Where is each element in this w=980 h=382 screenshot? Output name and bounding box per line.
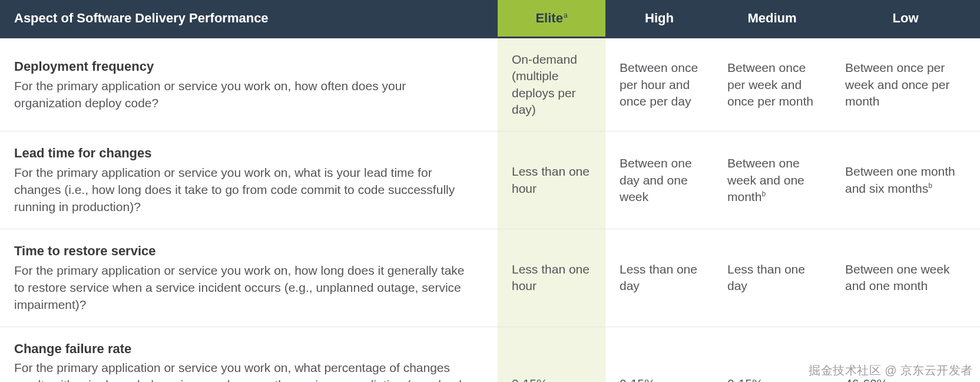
aspect-desc: For the primary application or service y… [14, 360, 474, 382]
cell-medium: Between once per week and once per month [713, 38, 831, 131]
cell-high: Less than one day [605, 229, 713, 327]
cell-medium-text: 0-15% [727, 377, 763, 382]
cell-medium-text: Between once per week and once per month [727, 61, 813, 108]
cell-low-sup: b [928, 182, 932, 190]
cell-aspect: Lead time for changesFor the primary app… [0, 131, 498, 229]
cell-medium: Less than one day [713, 229, 831, 327]
cell-medium-text: Less than one day [727, 262, 805, 292]
header-elite: Elitea [498, 0, 605, 38]
cell-low: Between one week and one month [831, 229, 980, 327]
cell-high: 0-15% [605, 327, 713, 382]
table-header: Aspect of Software Delivery Performance … [0, 0, 980, 38]
cell-aspect: Time to restore serviceFor the primary a… [0, 229, 498, 327]
table-row: Deployment frequencyFor the primary appl… [0, 38, 980, 131]
cell-high-text: Between once per hour and once per day [620, 61, 698, 108]
cell-low: Between once per week and once per month [831, 38, 980, 131]
cell-high-text: Less than one day [620, 262, 697, 292]
cell-low-text: Between one week and one month [845, 262, 949, 292]
table-body: Deployment frequencyFor the primary appl… [0, 38, 980, 383]
cell-low-text: Between one month and six months [845, 164, 955, 195]
aspect-title: Change failure rate [14, 340, 474, 358]
cell-high-text: 0-15% [620, 377, 655, 382]
table-row: Time to restore serviceFor the primary a… [0, 229, 980, 327]
cell-low: Between one month and six monthsb [831, 131, 980, 229]
header-low: Low [831, 0, 980, 38]
cell-low-text: 46-60% [845, 377, 888, 382]
cell-high-text: Between one day and one week [620, 156, 692, 203]
cell-elite-text: Less than one hour [512, 164, 590, 195]
performance-table: Aspect of Software Delivery Performance … [0, 0, 980, 382]
cell-elite-text: 0-15% [512, 377, 548, 382]
cell-elite: On-demand (multiple deploys per day) [498, 38, 605, 131]
header-aspect: Aspect of Software Delivery Performance [0, 0, 498, 38]
aspect-title: Lead time for changes [14, 144, 474, 162]
aspect-title: Deployment frequency [14, 58, 474, 75]
aspect-desc: For the primary application or service y… [14, 262, 474, 314]
cell-medium: Between one week and one monthb [713, 131, 831, 229]
cell-medium: 0-15% [713, 327, 831, 382]
header-elite-sup: a [564, 11, 568, 19]
cell-high: Between one day and one week [605, 131, 713, 229]
cell-elite-text: Less than one hour [512, 262, 590, 292]
table-row: Change failure rateFor the primary appli… [0, 327, 980, 382]
cell-medium-sup: b [762, 190, 766, 198]
aspect-desc: For the primary application or service y… [14, 164, 474, 216]
cell-elite: 0-15% [498, 327, 605, 382]
aspect-title: Time to restore service [14, 242, 474, 260]
cell-low-text: Between once per week and once per month [845, 61, 949, 108]
cell-low: 46-60% [831, 327, 980, 382]
header-elite-label: Elite [535, 11, 562, 25]
aspect-desc: For the primary application or service y… [14, 78, 474, 112]
cell-elite: Less than one hour [498, 229, 605, 327]
cell-aspect: Deployment frequencyFor the primary appl… [0, 38, 498, 131]
cell-medium-text: Between one week and one month [727, 156, 804, 203]
cell-elite: Less than one hour [498, 131, 605, 229]
cell-elite-text: On-demand (multiple deploys per day) [512, 52, 577, 116]
table-row: Lead time for changesFor the primary app… [0, 131, 980, 229]
cell-high: Between once per hour and once per day [605, 38, 713, 131]
cell-aspect: Change failure rateFor the primary appli… [0, 327, 498, 382]
header-high: High [605, 0, 713, 38]
header-medium: Medium [713, 0, 831, 38]
